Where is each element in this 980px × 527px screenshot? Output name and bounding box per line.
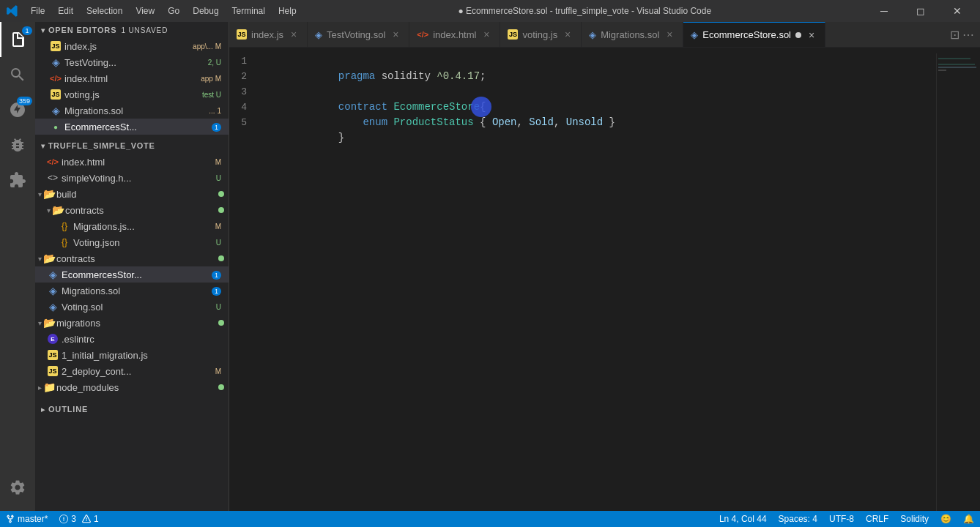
maximize-button[interactable]: ◻	[904, 0, 938, 22]
close-tab-button[interactable]: ×	[806, 29, 817, 41]
tree-2deploy[interactable]: JS 2_deploy_cont... M	[35, 363, 229, 379]
feedback-button[interactable]: 😊	[935, 511, 957, 527]
line-num-2: 2	[229, 69, 247, 84]
file-name: simpleVoting.h...	[62, 173, 213, 184]
menu-bar: File Edit Selection View Go Debug Termin…	[25, 4, 302, 18]
code-editor[interactable]: 1 2 3 4 5 pragma solidity ^0.4.17; contr…	[229, 48, 980, 511]
menu-view[interactable]: View	[130, 4, 160, 18]
tree-migrations-folder[interactable]: ▾ 📂 migrations	[35, 315, 229, 331]
tree-contracts-main[interactable]: ▾ 📂 contracts	[35, 250, 229, 266]
eslint-icon: E	[47, 333, 59, 345]
tab-indexhtml[interactable]: </> index.html ×	[409, 22, 500, 47]
chevron-right-icon: ▸	[41, 405, 45, 414]
tree-migrationsjs[interactable]: {} Migrations.js... M	[35, 218, 229, 234]
folder-icon: 📁	[43, 381, 55, 393]
open-editor-votingjs[interactable]: JS voting.js test U	[35, 86, 229, 102]
tab-ecommercestore[interactable]: ◈ EcommerceStore.sol ×	[683, 22, 825, 47]
tree-migrationssol[interactable]: ◈ Migrations.sol 1	[35, 283, 229, 299]
file-name: Migrations.sol	[64, 105, 206, 116]
menu-selection[interactable]: Selection	[81, 4, 128, 18]
tab-label: Migrations.sol	[601, 29, 659, 40]
tab-votingjs[interactable]: JS voting.js ×	[500, 22, 582, 47]
title-bar: File Edit Selection View Go Debug Termin…	[0, 0, 980, 22]
line-numbers: 1 2 3 4 5	[229, 53, 259, 511]
language-mode[interactable]: Solidity	[894, 511, 935, 527]
tree-indexhtml[interactable]: </> index.html M	[35, 154, 229, 170]
activity-explorer[interactable]: 1	[0, 22, 35, 57]
close-tab-button[interactable]: ×	[390, 29, 401, 40]
tree-build-folder[interactable]: ▾ 📂 build	[35, 186, 229, 202]
open-editors-section[interactable]: ▾ OPEN EDITORS 1 UNSAVED	[35, 22, 229, 38]
open-editor-indexjs[interactable]: JS index.js app\... M	[35, 38, 229, 54]
close-button[interactable]: ✕	[940, 0, 974, 22]
tree-votingsol[interactable]: ◈ Voting.sol U	[35, 299, 229, 315]
more-actions-button[interactable]: ⋯	[962, 28, 974, 42]
menu-debug[interactable]: Debug	[187, 4, 224, 18]
status-right: Ln 4, Col 44 Spaces: 4 UTF-8 CRLF Solidi…	[713, 511, 980, 527]
menu-terminal[interactable]: Terminal	[226, 4, 271, 18]
activity-settings[interactable]	[0, 470, 35, 505]
chevron-down-icon: ▾	[41, 142, 45, 150]
spaces-setting[interactable]: Spaces: 4	[773, 511, 823, 527]
editor-area: JS index.js × ◈ TestVoting.sol × </> ind…	[229, 22, 980, 511]
activity-search[interactable]	[0, 57, 35, 92]
tree-nodemodules[interactable]: ▸ 📁 node_modules	[35, 379, 229, 395]
chevron-down-icon: ▾	[41, 26, 45, 34]
folder-open-icon: 📂	[43, 188, 55, 200]
cursor-position[interactable]: Ln 4, Col 44	[713, 511, 773, 527]
tab-label: EcommerceStore.sol	[702, 29, 791, 40]
close-tab-button[interactable]: ×	[288, 29, 300, 40]
tree-simplevoting[interactable]: <> simpleVoting.h... U	[35, 170, 229, 186]
open-editor-migrations[interactable]: ◈ Migrations.sol ... 1	[35, 102, 229, 119]
activity-extensions[interactable]	[0, 162, 35, 198]
close-tab-button[interactable]: ×	[480, 29, 492, 40]
git-branch-status[interactable]: master*	[0, 511, 53, 527]
activity-git[interactable]: 359	[0, 92, 35, 127]
open-editor-testvoting[interactable]: ◈ TestVoting... 2, U	[35, 54, 229, 70]
badge: M	[212, 158, 224, 166]
window-controls: ─ ◻ ✕	[867, 0, 974, 22]
vscode-logo-icon	[6, 4, 19, 18]
open-editor-ecommerce[interactable]: ● EcommercesSt... 1	[35, 119, 229, 135]
file-name: 1_initial_migration.js	[62, 350, 229, 361]
encoding-setting[interactable]: UTF-8	[823, 511, 860, 527]
sol-file-icon: ◈	[50, 56, 62, 68]
js-file-icon: JS	[50, 89, 62, 100]
tabs-bar: JS index.js × ◈ TestVoting.sol × </> ind…	[229, 22, 980, 48]
dot-badge	[218, 255, 224, 261]
menu-edit[interactable]: Edit	[52, 4, 79, 18]
minimize-button[interactable]: ─	[867, 0, 901, 22]
menu-help[interactable]: Help	[272, 4, 302, 18]
outline-label: OUTLINE	[48, 405, 88, 414]
json-icon: {}	[59, 220, 70, 232]
close-tab-button[interactable]: ×	[562, 29, 573, 40]
menu-go[interactable]: Go	[162, 4, 185, 18]
tree-contracts-sub[interactable]: ▾ 📂 contracts	[35, 202, 229, 218]
file-name: .eslintrc	[62, 334, 229, 345]
dot-badge	[218, 191, 224, 197]
line-num-5: 5	[229, 115, 247, 130]
tree-eslintrc[interactable]: E .eslintrc	[35, 331, 229, 347]
project-root[interactable]: ▾ TRUFFLE_SIMPLE_VOTE	[35, 138, 229, 154]
tab-migrationssol[interactable]: ◈ Migrations.sol ×	[582, 22, 683, 47]
error-count: 3	[71, 514, 76, 524]
tree-1migration[interactable]: JS 1_initial_migration.js	[35, 347, 229, 363]
errors-status[interactable]: 3 1	[53, 511, 104, 527]
notifications-button[interactable]: 🔔	[957, 511, 980, 527]
tab-indexjs[interactable]: JS index.js ×	[229, 22, 308, 47]
outline-section[interactable]: ▸ OUTLINE	[35, 401, 229, 417]
line-col: Ln 4, Col 44	[719, 514, 767, 524]
activity-debug[interactable]	[0, 127, 35, 162]
open-editor-indexhtml[interactable]: </> index.html app M	[35, 70, 229, 86]
spaces-label: Spaces: 4	[779, 514, 817, 524]
tab-actions: ⊡ ⋯	[944, 22, 980, 47]
close-tab-button[interactable]: ×	[664, 29, 675, 40]
menu-file[interactable]: File	[25, 4, 51, 18]
tree-votingjson[interactable]: {} Voting.json U	[35, 234, 229, 250]
line-ending-setting[interactable]: CRLF	[860, 511, 894, 527]
tree-ecommercestore[interactable]: ◈ EcommercesStor... 1	[35, 266, 229, 283]
branch-name: master*	[18, 514, 48, 524]
split-editor-button[interactable]: ⊡	[950, 28, 959, 42]
tab-testvoting[interactable]: ◈ TestVoting.sol ×	[308, 22, 409, 47]
code-line-4: enum ProductStatus { Open, Sold, Unsold …	[264, 100, 936, 115]
